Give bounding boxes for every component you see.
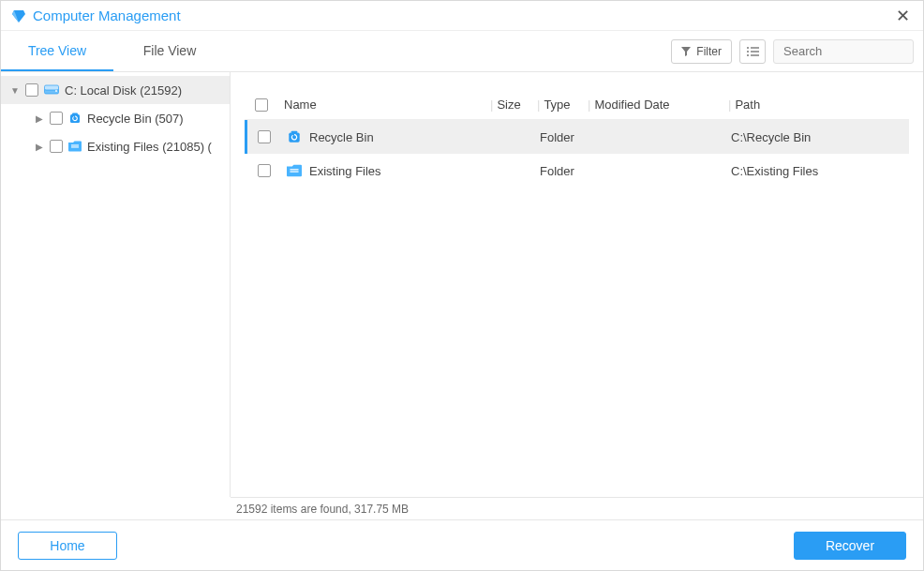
- funnel-icon: [681, 47, 691, 56]
- folder-icon: [287, 164, 302, 177]
- svg-rect-3: [751, 51, 759, 52]
- header-size[interactable]: |Size: [484, 98, 531, 112]
- main-area: ▼ C: Local Disk (21592) ▶ Recycle Bin (5…: [1, 72, 923, 497]
- content-pane: Name |Size |Type |Modified Date |Path Re…: [231, 72, 923, 497]
- cell-path: C:\Recycle Bin: [731, 130, 811, 144]
- svg-rect-15: [289, 132, 299, 142]
- tree-label: Recycle Bin (507): [87, 112, 184, 126]
- expander-right-icon[interactable]: ▶: [35, 113, 44, 124]
- header-modified[interactable]: |Modified Date: [582, 98, 723, 112]
- svg-rect-18: [290, 171, 298, 172]
- file-table: Name |Size |Type |Modified Date |Path Re…: [244, 89, 910, 497]
- cell-name: Existing Files: [309, 164, 381, 178]
- svg-rect-5: [751, 54, 759, 55]
- search-box[interactable]: [773, 39, 914, 64]
- search-input[interactable]: [782, 43, 924, 59]
- svg-point-0: [747, 47, 749, 49]
- recycle-bin-icon: [287, 129, 302, 144]
- checkbox[interactable]: [255, 98, 268, 112]
- header-name[interactable]: Name: [278, 98, 484, 112]
- expander-down-icon[interactable]: ▼: [10, 85, 20, 96]
- svg-point-10: [55, 90, 57, 92]
- svg-rect-11: [70, 114, 80, 123]
- tab-strip: Tree View File View: [1, 31, 226, 71]
- checkbox[interactable]: [258, 164, 271, 177]
- svg-rect-16: [291, 131, 298, 133]
- bottom-bar: Home Recover: [1, 519, 923, 570]
- drive-icon: [44, 83, 59, 97]
- table-row[interactable]: Recycle Bin Folder C:\Recycle Bin: [245, 120, 909, 154]
- checkbox[interactable]: [258, 130, 271, 143]
- status-text: 21592 items are found, 317.75 MB: [236, 503, 409, 516]
- list-icon: [746, 46, 759, 57]
- tab-file-view[interactable]: File View: [113, 31, 226, 71]
- recycle-bin-icon: [68, 112, 82, 125]
- svg-rect-13: [71, 144, 79, 145]
- folder-icon: [68, 141, 82, 152]
- checkbox[interactable]: [50, 140, 63, 153]
- header-type[interactable]: |Type: [531, 98, 582, 112]
- status-bar: 21592 items are found, 317.75 MB: [231, 497, 923, 519]
- svg-point-4: [747, 54, 749, 56]
- app-title: Computer Management: [33, 8, 181, 23]
- titlebar: Computer Management ✕: [1, 1, 923, 31]
- filter-button[interactable]: Filter: [671, 39, 732, 64]
- cell-name: Recycle Bin: [309, 130, 374, 144]
- tree-row-root[interactable]: ▼ C: Local Disk (21592): [1, 76, 230, 104]
- tree-label: C: Local Disk (21592): [65, 83, 182, 98]
- svg-rect-9: [45, 85, 59, 90]
- svg-rect-14: [71, 146, 79, 147]
- svg-rect-17: [290, 169, 298, 170]
- header-path[interactable]: |Path: [723, 98, 909, 112]
- tab-tree-view[interactable]: Tree View: [1, 31, 113, 71]
- list-view-button[interactable]: [739, 39, 766, 64]
- cell-type: Folder: [540, 164, 574, 178]
- svg-point-2: [747, 51, 749, 53]
- tree-row-recycle-bin[interactable]: ▶ Recycle Bin (507): [1, 104, 230, 132]
- checkbox[interactable]: [50, 112, 63, 125]
- tree-row-existing-files[interactable]: ▶ Existing Files (21085) (: [1, 132, 230, 160]
- home-button[interactable]: Home: [18, 532, 117, 560]
- tree-label: Existing Files (21085) (: [87, 140, 212, 154]
- recover-button[interactable]: Recover: [794, 532, 906, 560]
- table-header: Name |Size |Type |Modified Date |Path: [245, 90, 909, 120]
- top-toolbar: Tree View File View Filter: [1, 31, 923, 72]
- svg-rect-1: [751, 47, 759, 48]
- tree-sidebar: ▼ C: Local Disk (21592) ▶ Recycle Bin (5…: [1, 72, 231, 497]
- table-row[interactable]: Existing Files Folder C:\Existing Files: [245, 154, 909, 188]
- toolbar-right: Filter: [671, 39, 923, 64]
- filter-label: Filter: [696, 45, 722, 58]
- svg-rect-12: [72, 113, 78, 115]
- checkbox[interactable]: [25, 83, 38, 97]
- close-icon[interactable]: ✕: [891, 6, 914, 26]
- cell-type: Folder: [540, 130, 574, 144]
- cell-path: C:\Existing Files: [731, 164, 818, 178]
- app-logo-icon: [10, 8, 27, 24]
- header-checkbox-cell: [245, 98, 278, 112]
- expander-right-icon[interactable]: ▶: [35, 142, 44, 152]
